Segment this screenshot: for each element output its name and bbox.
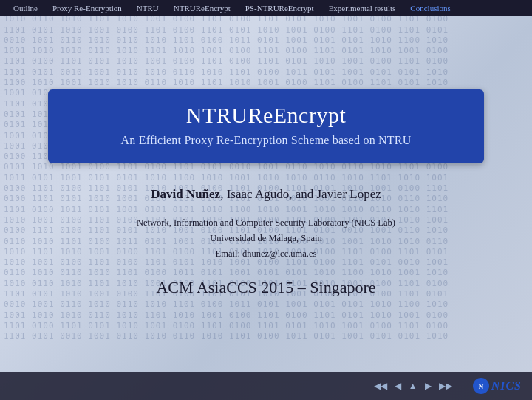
authors-line: David Nuñez, Isaac Agudo, and Javier Lop… (151, 187, 381, 202)
nav-prev-button[interactable]: ◀ (392, 379, 404, 393)
bottom-bar: ◀◀ ◀ ▲ ▶ ▶▶ N NICS (0, 372, 532, 400)
nav-item-ntrureeencrypt[interactable]: NTRUReEncrypt (166, 0, 238, 16)
affiliation-block: Network, Information and Computer Securi… (137, 215, 395, 262)
presentation-subtitle: An Efficient Proxy Re-Encryption Scheme … (78, 134, 454, 147)
nav-item-experimental-results[interactable]: Experimental results (321, 0, 403, 16)
nics-label: NICS (491, 379, 522, 393)
main-content: NTRUReEncrypt An Efficient Proxy Re-Encr… (0, 16, 532, 400)
nav-up-button[interactable]: ▲ (406, 379, 420, 393)
svg-text:N: N (478, 383, 483, 390)
nics-icon: N (473, 378, 489, 394)
nav-item-ntru[interactable]: NTRU (129, 0, 166, 16)
nav-next-button[interactable]: ▶ (422, 379, 434, 393)
nav-item-outline[interactable]: Outline (6, 0, 45, 16)
nav-item-proxy-re-encryption[interactable]: Proxy Re-Encryption (45, 0, 129, 16)
navbar: Outline Proxy Re-Encryption NTRU NTRUReE… (0, 0, 532, 16)
navigation-controls: ◀◀ ◀ ▲ ▶ ▶▶ (371, 379, 455, 393)
nav-item-ps-ntrureeencrypt[interactable]: PS-NTRUReEncrypt (238, 0, 321, 16)
affiliation-line1: Network, Information and Computer Securi… (137, 215, 395, 231)
nav-last-button[interactable]: ▶▶ (436, 379, 455, 393)
author-primary: David Nuñez (151, 187, 220, 201)
author-secondary: , Isaac Agudo, and Javier Lopez (220, 187, 381, 201)
affiliation-line2: Universidad de Málaga, Spain (137, 231, 395, 246)
affiliation-line3: Email: dnunez@lcc.uma.es (137, 246, 395, 262)
nav-first-button[interactable]: ◀◀ (371, 379, 390, 393)
title-box: NTRUReEncrypt An Efficient Proxy Re-Encr… (48, 89, 484, 163)
conference-info: ACM AsiaCCS 2015 – Singapore (156, 278, 375, 297)
presentation-title: NTRUReEncrypt (78, 103, 454, 128)
nics-logo: N NICS (473, 378, 522, 394)
nav-item-conclusions[interactable]: Conclusions (403, 0, 457, 16)
